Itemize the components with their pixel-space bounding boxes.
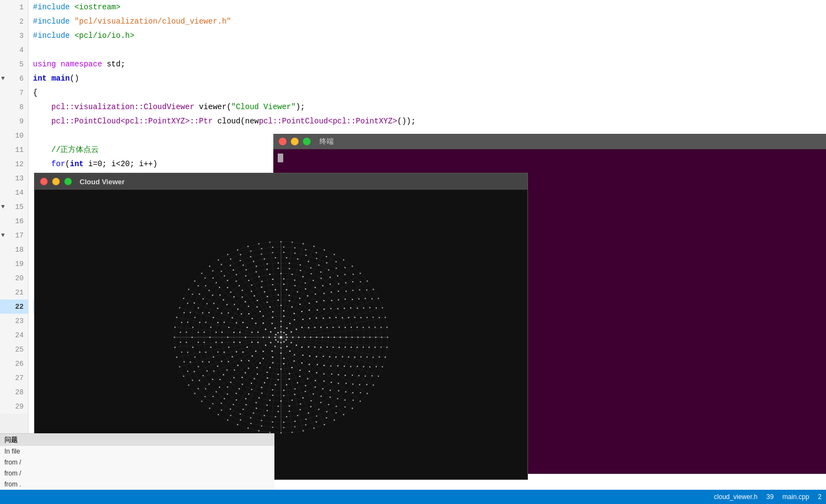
svg-point-466: [198, 366, 199, 367]
status-cloud-viewer-h: cloud_viewer.h: [714, 493, 757, 501]
svg-point-386: [278, 268, 279, 269]
svg-point-407: [300, 409, 301, 410]
svg-point-343: [269, 274, 271, 275]
svg-point-241: [323, 309, 324, 310]
svg-point-264: [234, 304, 235, 305]
svg-point-368: [245, 398, 246, 399]
svg-point-571: [192, 380, 193, 381]
svg-point-169: [289, 373, 290, 374]
svg-point-495: [374, 347, 375, 348]
svg-point-425: [212, 295, 213, 296]
svg-point-529: [230, 265, 231, 266]
svg-point-617: [302, 430, 304, 431]
svg-point-182: [289, 300, 290, 301]
terminal-close-btn[interactable]: [279, 138, 286, 145]
svg-point-474: [209, 290, 210, 291]
svg-point-527: [212, 278, 213, 279]
svg-point-658: [367, 280, 368, 281]
terminal-minimize-btn[interactable]: [291, 138, 299, 145]
svg-point-307: [305, 282, 306, 284]
svg-point-468: [192, 347, 193, 348]
svg-point-352: [348, 317, 349, 318]
svg-point-484: [308, 261, 309, 262]
status-bar: cloud_viewer.h 39 main.cpp 2: [0, 490, 826, 504]
svg-point-384: [256, 271, 257, 273]
svg-point-148: [291, 367, 293, 368]
svg-point-430: [256, 265, 257, 267]
svg-point-237: [286, 289, 287, 290]
svg-point-218: [316, 372, 317, 373]
svg-point-406: [310, 406, 311, 407]
svg-point-232: [237, 309, 238, 310]
svg-point-329: [230, 382, 231, 383]
svg-point-186: [321, 326, 322, 327]
svg-point-630: [183, 376, 184, 377]
svg-point-475: [216, 282, 217, 283]
svg-point-643: [218, 259, 219, 261]
svg-point-605: [386, 347, 387, 348]
svg-point-463: [216, 391, 217, 392]
svg-point-603: [380, 327, 381, 328]
problems-item-4-text: from .: [4, 480, 21, 488]
svg-point-597: [352, 274, 353, 275]
svg-point-140: [283, 310, 284, 312]
svg-point-131: [283, 363, 284, 364]
svg-point-504: [316, 415, 317, 416]
cloud-viewer-close-btn[interactable]: [40, 178, 48, 185]
svg-point-660: [378, 298, 379, 299]
svg-point-223: [264, 382, 265, 383]
svg-point-245: [339, 347, 340, 348]
svg-point-261: [221, 332, 222, 333]
svg-point-129: [302, 354, 304, 355]
svg-point-471: [194, 317, 195, 318]
svg-point-311: [337, 308, 338, 309]
svg-point-461: [233, 404, 234, 405]
svg-point-532: [261, 253, 262, 254]
svg-point-454: [308, 412, 309, 414]
svg-point-493: [368, 327, 369, 328]
svg-point-126: [301, 327, 302, 328]
line-num-17: ▼17: [0, 228, 28, 242]
terminal-maximize-btn[interactable]: [303, 138, 311, 145]
svg-point-315: [351, 347, 352, 348]
svg-point-332: [213, 356, 214, 358]
svg-point-460: [243, 409, 244, 410]
svg-point-205: [257, 300, 258, 301]
svg-point-124: [283, 315, 284, 316]
cloud-viewer-maximize-btn[interactable]: [64, 178, 72, 185]
svg-point-479: [253, 261, 254, 262]
problems-item-3-text: from /: [4, 469, 21, 477]
svg-point-320: [322, 388, 323, 389]
svg-point-581: [198, 285, 199, 286]
svg-point-478: [243, 264, 244, 265]
svg-point-476: [224, 275, 225, 276]
svg-point-578: [183, 312, 184, 313]
svg-point-635: [175, 327, 176, 328]
svg-point-536: [305, 254, 306, 256]
svg-point-360: [330, 390, 331, 391]
svg-point-189: [323, 356, 324, 357]
svg-point-231: [232, 317, 233, 318]
svg-point-239: [307, 295, 308, 296]
svg-point-379: [213, 303, 214, 304]
svg-point-383: [245, 275, 246, 276]
svg-point-424: [206, 303, 207, 304]
svg-point-530: [240, 260, 241, 261]
svg-point-89: [285, 334, 286, 335]
svg-point-416: [212, 379, 213, 380]
svg-point-156: [251, 318, 252, 319]
svg-point-580: [192, 293, 193, 295]
svg-point-272: [314, 293, 316, 295]
svg-point-501: [344, 399, 345, 400]
svg-point-616: [313, 428, 314, 429]
svg-point-402: [345, 383, 346, 384]
svg-point-355: [357, 347, 358, 348]
svg-point-661: [382, 307, 383, 308]
cloud-viewer-minimize-btn[interactable]: [52, 178, 60, 185]
svg-point-622: [248, 428, 249, 429]
code-line-3: #include <pcl/io/io.h>: [33, 29, 826, 43]
svg-point-117: [283, 358, 284, 359]
svg-point-281: [331, 373, 332, 375]
svg-point-130: [294, 360, 295, 361]
svg-point-480: [263, 258, 265, 259]
